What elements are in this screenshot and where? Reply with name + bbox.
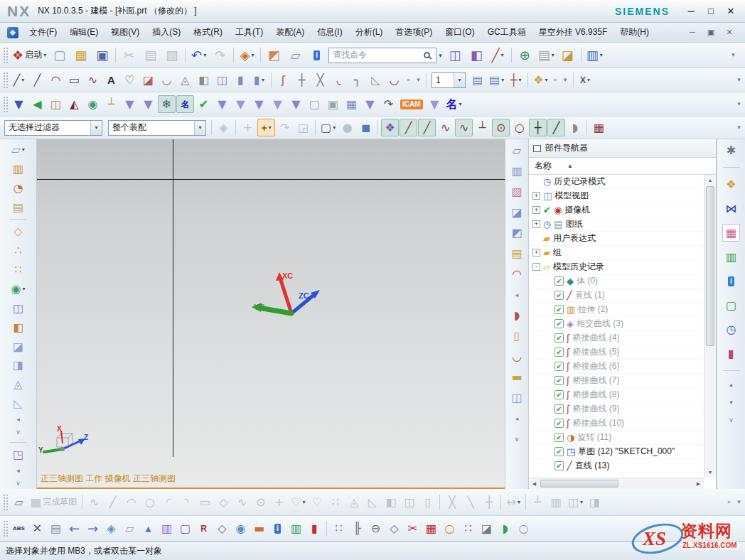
corner-curve-button[interactable]: ┐ [348, 71, 366, 89]
search-icon[interactable] [424, 52, 430, 58]
revolve-button[interactable]: ◔ [9, 180, 27, 197]
dock-overflow[interactable]: ∨ [727, 414, 736, 426]
name-column-header[interactable]: 名称 ▲ [529, 158, 716, 175]
new-window-button[interactable]: ▱ [285, 45, 306, 65]
name-tag-button[interactable]: 名 [176, 95, 194, 113]
gc-gears-button[interactable]: ∷ [330, 519, 348, 537]
intersection-point-button[interactable]: ∷ [326, 493, 344, 511]
datum-clamp-button[interactable]: ┴ [102, 95, 120, 113]
sketch-overflow-chevron[interactable]: » [724, 497, 734, 508]
feature-checkbox[interactable]: ✔ [554, 433, 564, 442]
surface-dock-scroll-left[interactable]: ◂ [508, 409, 526, 428]
screw-text-button[interactable]: ▼ [269, 95, 286, 113]
snap-pole-toggle[interactable]: ┴ [473, 119, 491, 136]
feature-checkbox[interactable]: ✔ [554, 461, 564, 470]
blend-button[interactable]: ▤ [9, 199, 27, 216]
utility-overflow-chevron[interactable]: » [551, 75, 560, 86]
offset-surface-button[interactable]: ▤ [508, 244, 526, 263]
toolbar-options-chevron[interactable]: ▾ [723, 45, 744, 65]
feature-checkbox[interactable]: ✔ [554, 362, 564, 371]
hd3d-tools-tab[interactable]: ▢ [722, 296, 740, 314]
gc-scissors-button[interactable]: ✂ [404, 519, 422, 537]
menu-item[interactable]: 工具(T) [229, 23, 269, 41]
ruled-button[interactable]: ◨ [9, 357, 27, 374]
layer-combo[interactable]: 1 ▾ [432, 72, 466, 88]
snap-circle-toggle[interactable]: ○ [510, 119, 528, 136]
surface-dock-scroll[interactable]: ◂ [508, 286, 526, 304]
mdi-minimize-button[interactable]: ─ [685, 28, 700, 37]
styled-sweep-button[interactable]: ▨ [508, 183, 526, 201]
snap-midpoint-toggle[interactable]: ╱ [418, 119, 436, 136]
utility-more-chevron[interactable]: ▾ [561, 75, 570, 86]
tree-item[interactable]: ✔ʃ桥接曲线 (9) [529, 402, 704, 416]
snap-tangent-toggle[interactable]: ╱ [547, 119, 565, 136]
left-dock2-overflow[interactable]: ∨ [14, 478, 23, 489]
extract-curve-button[interactable]: ▮ [232, 71, 250, 89]
xy-dimension-button[interactable]: ✕ [28, 519, 46, 537]
surface-from-curves-button[interactable]: ◪ [139, 71, 157, 89]
print-button[interactable]: ▤▾ [536, 45, 557, 65]
layer-stack-button[interactable]: ▤ [47, 519, 65, 537]
new-file-button[interactable]: ▢ [49, 45, 70, 65]
sketch-settings-button[interactable]: ◨ [586, 493, 604, 511]
snap-point-toggle[interactable]: ❖ [381, 119, 399, 136]
copy-button[interactable]: ▤ [140, 45, 161, 65]
constraint-navigator-tab[interactable]: ⋈ [722, 200, 740, 217]
dock-scroll-up[interactable]: ▴ [727, 379, 736, 390]
rotate-view-button[interactable]: ◈ [102, 519, 120, 537]
quick-extend-button[interactable]: ╲ [461, 493, 479, 511]
gc-leaf-button[interactable]: ◗ [496, 519, 514, 537]
transition-surface-button[interactable]: ◩ [508, 224, 526, 242]
tree-expander[interactable]: + [532, 192, 540, 200]
tree-item[interactable]: ✔◆体 (0) [529, 274, 704, 289]
command-finder[interactable] [328, 48, 436, 63]
menu-item[interactable]: 插入(S) [146, 23, 187, 41]
variable-offset-button[interactable]: ◠ [508, 265, 526, 284]
scrollbar-thumb[interactable] [706, 186, 714, 346]
feature-checkbox[interactable]: ✔ [554, 390, 564, 399]
search-chevron-down-icon[interactable]: ▾ [439, 52, 442, 59]
web-browser-tab[interactable]: i [722, 272, 740, 290]
export-button[interactable]: ◪ [557, 45, 578, 65]
command-search-input[interactable] [329, 50, 424, 60]
menu-item[interactable]: 编辑(E) [63, 23, 104, 41]
sketch-more-chevron[interactable]: ▾ [734, 497, 744, 508]
rapid-dimension-button[interactable]: ↔▾ [504, 493, 522, 511]
thicken-button[interactable]: ◺ [9, 395, 27, 412]
gc-hexagon-button[interactable]: ◇ [385, 519, 403, 537]
scroll-down-arrow[interactable]: ▼ [704, 467, 716, 478]
dock-scroll-down[interactable]: ▾ [727, 397, 736, 408]
layer-visible-button[interactable]: ▤▾ [487, 71, 506, 89]
feature-checkbox[interactable]: ✔ [554, 348, 564, 357]
menu-item[interactable]: GC工具箱 [481, 23, 532, 41]
full-screen-button[interactable]: ◧ [466, 45, 487, 65]
cut-button[interactable]: ✂ [119, 45, 139, 65]
snap-handles-button[interactable]: ◈ [215, 119, 232, 136]
toolbar-options-chevron[interactable]: ▾ [734, 122, 744, 134]
toolbar-drag-handle[interactable] [3, 520, 8, 537]
open-file-button[interactable]: ▦ [70, 45, 91, 65]
rectangle-button[interactable]: ▭ [65, 71, 83, 89]
mdi-close-button[interactable]: ✕ [722, 28, 736, 37]
mirror-cavity-button[interactable]: ◭ [65, 95, 83, 113]
scroll-left-arrow[interactable]: ◀ [529, 478, 540, 489]
help-book-button[interactable]: ▥▾ [584, 45, 605, 65]
close-button[interactable]: ✕ [721, 6, 741, 16]
bounding-box-button[interactable]: ◫ [47, 95, 65, 113]
feature-checkbox[interactable]: ✔ [554, 276, 564, 286]
left-dock-scroll-left[interactable]: ◂ [14, 414, 23, 425]
marquee-select-button[interactable]: ▢▾ [318, 119, 338, 136]
fillet-curve-button[interactable]: ◟ [330, 71, 348, 89]
maximize-button[interactable]: □ [701, 6, 721, 16]
through-curves-button[interactable]: ◫ [9, 300, 27, 317]
chevron-down-icon[interactable]: ▾ [90, 121, 102, 135]
tree-item[interactable]: ✔ʃ桥接曲线 (6) [529, 360, 704, 374]
chevron-down-icon[interactable]: ▾ [454, 73, 465, 87]
tree-item[interactable]: ✔ʃ桥接曲线 (5) [529, 345, 704, 360]
screw-hand-button[interactable]: ▼ [287, 95, 305, 113]
arc-tool-button[interactable]: ◠ [122, 493, 140, 511]
menu-item[interactable]: 窗口(O) [439, 23, 481, 41]
text-button[interactable]: A [102, 71, 120, 89]
pattern-grid-button[interactable]: ∷ [9, 262, 27, 279]
toolbar-options-chevron[interactable]: ▾ [734, 99, 744, 110]
